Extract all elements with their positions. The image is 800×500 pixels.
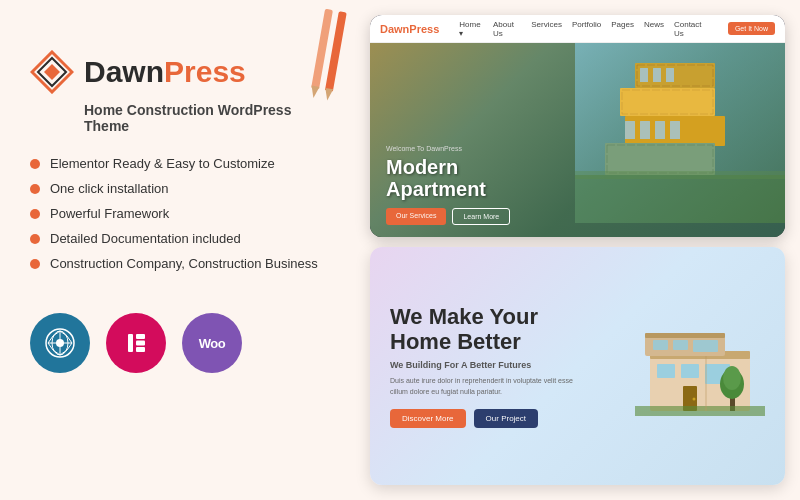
left-panel: DawnPress Home Construction WordPress Th… [0, 0, 360, 500]
logo-dawn: Dawn [84, 55, 164, 88]
bullet-2 [30, 184, 40, 194]
logo-icon [30, 50, 74, 94]
hero-title-line2: Apartment [386, 178, 769, 200]
bottom-buttons: Discover More Our Project [390, 409, 615, 428]
features-list: Elementor Ready & Easy to Customize One … [30, 156, 330, 281]
hero-section: Welcome To DawnPress Modern Apartment Ou… [370, 43, 785, 237]
wordpress-badge [30, 313, 90, 373]
svg-rect-34 [657, 364, 675, 378]
nav-news[interactable]: News [644, 20, 664, 38]
elementor-badge [106, 313, 166, 373]
bottom-screen-mockup: We Make Your Home Better We Building For… [370, 247, 785, 485]
svg-rect-8 [128, 334, 133, 352]
svg-rect-10 [136, 341, 145, 346]
main-container: DawnPress Home Construction WordPress Th… [0, 0, 800, 500]
screen-dawn: Dawn [380, 23, 409, 35]
feature-item-5: Construction Company, Construction Busin… [30, 256, 330, 271]
bottom-description: Duis aute irure dolor in reprehenderit i… [390, 376, 590, 397]
svg-rect-9 [136, 334, 145, 339]
feature-text-1: Elementor Ready & Easy to Customize [50, 156, 275, 171]
bottom-title: We Make Your Home Better [390, 304, 615, 355]
bullet-4 [30, 234, 40, 244]
bottom-content: We Make Your Home Better We Building For… [390, 304, 615, 429]
feature-item-3: Powerful Framework [30, 206, 330, 221]
logo-text: DawnPress [84, 57, 246, 87]
svg-rect-11 [136, 347, 145, 352]
svg-rect-21 [653, 68, 661, 82]
right-panel: DawnPress Home ▾ About Us Services Portf… [360, 0, 800, 500]
nav-portfolio[interactable]: Portfolio [572, 20, 601, 38]
nav-about[interactable]: About Us [493, 20, 521, 38]
hero-buttons: Our Services Learn More [386, 208, 769, 225]
woo-label: Woo [199, 336, 225, 351]
svg-rect-33 [645, 333, 725, 338]
nav-services[interactable]: Services [531, 20, 562, 38]
elementor-icon [122, 329, 150, 357]
screen-cta[interactable]: Get It Now [728, 22, 775, 35]
svg-rect-25 [655, 121, 665, 139]
hero-title-line1: Modern [386, 156, 769, 178]
svg-rect-39 [653, 340, 668, 350]
svg-point-44 [723, 366, 741, 390]
bullet-5 [30, 259, 40, 269]
feature-text-3: Powerful Framework [50, 206, 169, 221]
hero-welcome: Welcome To DawnPress [386, 145, 769, 152]
svg-rect-26 [670, 121, 680, 139]
badges-row: Woo [30, 313, 330, 373]
svg-rect-35 [681, 364, 699, 378]
hero-title: Modern Apartment [386, 156, 769, 200]
feature-text-4: Detailed Documentation included [50, 231, 241, 246]
bottom-title-line2: Home Better [390, 329, 615, 354]
svg-point-38 [693, 398, 696, 401]
bottom-subtitle: We Building For A Better Futures [390, 360, 615, 370]
discover-more-btn[interactable]: Discover More [390, 409, 466, 428]
bullet-3 [30, 209, 40, 219]
woocommerce-badge: Woo [182, 313, 242, 373]
hero-btn-learn[interactable]: Learn More [452, 208, 510, 225]
svg-rect-20 [640, 68, 648, 82]
feature-item-4: Detailed Documentation included [30, 231, 330, 246]
svg-marker-2 [44, 64, 60, 80]
svg-rect-46 [705, 356, 707, 411]
nav-pages[interactable]: Pages [611, 20, 634, 38]
feature-text-5: Construction Company, Construction Busin… [50, 256, 318, 271]
our-project-btn[interactable]: Our Project [474, 409, 538, 428]
house-illustration-svg [635, 306, 765, 416]
screen-logo: DawnPress [380, 23, 439, 35]
tagline: Home Construction WordPress Theme [84, 102, 330, 134]
svg-rect-22 [666, 68, 674, 82]
screen-press: Press [409, 23, 439, 35]
bottom-building [635, 306, 765, 426]
svg-rect-40 [673, 340, 688, 350]
svg-rect-45 [635, 406, 765, 416]
svg-rect-15 [620, 88, 715, 116]
hero-content: Welcome To DawnPress Modern Apartment Ou… [386, 145, 769, 225]
logo-press: Press [164, 55, 246, 88]
top-screen-mockup: DawnPress Home ▾ About Us Services Portf… [370, 15, 785, 237]
screen-header: DawnPress Home ▾ About Us Services Portf… [370, 15, 785, 43]
hero-btn-services[interactable]: Our Services [386, 208, 446, 225]
nav-home[interactable]: Home ▾ [459, 20, 483, 38]
feature-text-2: One click installation [50, 181, 169, 196]
bottom-title-line1: We Make Your [390, 304, 615, 329]
nav-contact[interactable]: Contact Us [674, 20, 708, 38]
bullet-1 [30, 159, 40, 169]
wordpress-icon [44, 327, 76, 359]
feature-item-1: Elementor Ready & Easy to Customize [30, 156, 330, 171]
svg-rect-41 [693, 340, 718, 352]
svg-rect-24 [640, 121, 650, 139]
logo-area: DawnPress [30, 50, 330, 94]
feature-item-2: One click installation [30, 181, 330, 196]
svg-rect-23 [625, 121, 635, 139]
screen-nav: Home ▾ About Us Services Portfolio Pages… [459, 20, 708, 38]
